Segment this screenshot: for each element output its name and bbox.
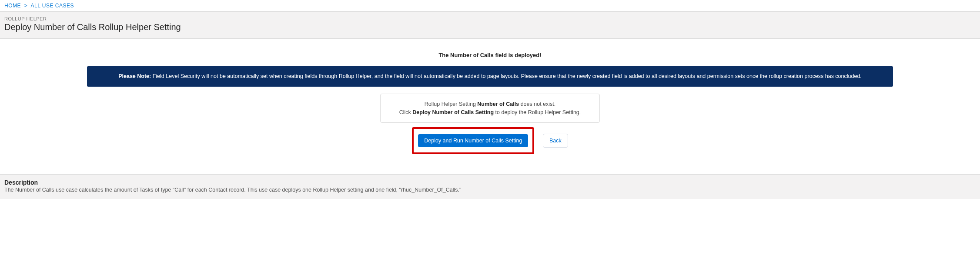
page-title: Deploy Number of Calls Rollup Helper Set…: [4, 22, 976, 32]
description-title: Description: [4, 179, 976, 186]
note-body: Field Level Security will not be automat…: [153, 73, 862, 79]
status-l2-strong: Deploy Number of Calls Setting: [412, 109, 494, 115]
status-line-1: Rollup Helper Setting Number of Calls do…: [389, 100, 591, 108]
description-section: Description The Number of Calls use case…: [0, 174, 980, 199]
deployed-message: The Number of Calls field is deployed!: [0, 52, 980, 58]
back-button[interactable]: Back: [543, 134, 568, 148]
status-l1-strong: Number of Calls: [477, 101, 519, 107]
app-tag: ROLLUP HELPER: [4, 16, 976, 21]
status-l2-post: to deploy the Rollup Helper Setting.: [494, 109, 581, 115]
note-banner: Please Note: Field Level Security will n…: [87, 66, 893, 87]
main-content: The Number of Calls field is deployed! P…: [0, 39, 980, 163]
status-box: Rollup Helper Setting Number of Calls do…: [380, 94, 600, 123]
button-row: Deploy and Run Number of Calls Setting B…: [0, 127, 980, 154]
breadcrumb-sep: >: [24, 3, 28, 9]
status-l1-post: does not exist.: [519, 101, 555, 107]
breadcrumb: HOME > ALL USE CASES: [0, 0, 980, 12]
highlight-box: Deploy and Run Number of Calls Setting: [412, 127, 534, 154]
deploy-button[interactable]: Deploy and Run Number of Calls Setting: [418, 134, 528, 147]
status-l1-pre: Rollup Helper Setting: [425, 101, 478, 107]
note-prefix: Please Note:: [118, 73, 153, 79]
page-header: ROLLUP HELPER Deploy Number of Calls Rol…: [0, 12, 980, 39]
breadcrumb-all-use-cases[interactable]: ALL USE CASES: [31, 3, 74, 9]
status-l2-pre: Click: [399, 109, 413, 115]
description-text: The Number of Calls use case calculates …: [4, 187, 976, 193]
breadcrumb-home[interactable]: HOME: [4, 3, 21, 9]
status-line-2: Click Deploy Number of Calls Setting to …: [389, 108, 591, 117]
